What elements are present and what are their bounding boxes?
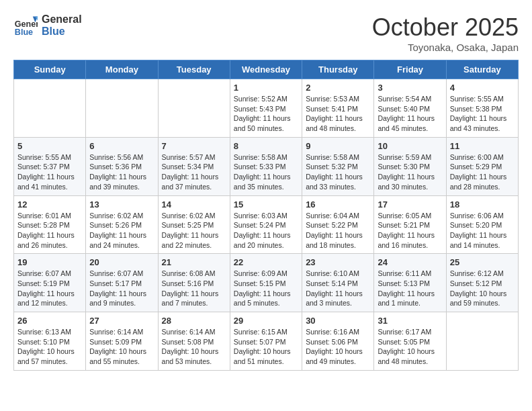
- day-number: 28: [162, 316, 226, 326]
- day-info: Sunrise: 6:13 AM Sunset: 5:10 PM Dayligh…: [17, 327, 82, 367]
- day-number: 8: [234, 141, 298, 151]
- calendar-cell: 21Sunrise: 6:08 AM Sunset: 5:16 PM Dayli…: [158, 254, 230, 312]
- calendar-cell: 25Sunrise: 6:12 AM Sunset: 5:12 PM Dayli…: [446, 254, 518, 312]
- day-number: 3: [378, 83, 442, 93]
- page-header: General Blue General Blue October 2025 T…: [13, 13, 519, 53]
- month-title: October 2025: [372, 13, 519, 42]
- calendar-cell: 5Sunrise: 5:55 AM Sunset: 5:37 PM Daylig…: [14, 137, 86, 195]
- day-number: 12: [17, 199, 82, 210]
- calendar-cell: 16Sunrise: 6:04 AM Sunset: 5:22 PM Dayli…: [302, 195, 374, 254]
- day-info: Sunrise: 6:02 AM Sunset: 5:26 PM Dayligh…: [89, 211, 154, 250]
- day-number: 26: [17, 316, 82, 326]
- day-info: Sunrise: 6:06 AM Sunset: 5:20 PM Dayligh…: [450, 211, 515, 250]
- title-block: October 2025 Toyonaka, Osaka, Japan: [372, 13, 519, 53]
- calendar-cell: 24Sunrise: 6:11 AM Sunset: 5:13 PM Dayli…: [374, 254, 446, 312]
- calendar-cell: 8Sunrise: 5:58 AM Sunset: 5:33 PM Daylig…: [230, 137, 302, 195]
- calendar-cell: 4Sunrise: 5:55 AM Sunset: 5:38 PM Daylig…: [446, 79, 518, 138]
- weekday-header-sunday: Sunday: [14, 60, 86, 79]
- day-info: Sunrise: 6:16 AM Sunset: 5:06 PM Dayligh…: [306, 327, 370, 367]
- day-number: 21: [162, 257, 226, 267]
- day-info: Sunrise: 5:55 AM Sunset: 5:37 PM Dayligh…: [17, 152, 82, 192]
- calendar-cell: 31Sunrise: 6:17 AM Sunset: 5:05 PM Dayli…: [374, 312, 446, 371]
- day-number: 19: [17, 257, 82, 267]
- day-info: Sunrise: 6:07 AM Sunset: 5:19 PM Dayligh…: [17, 269, 82, 308]
- day-info: Sunrise: 5:56 AM Sunset: 5:36 PM Dayligh…: [89, 152, 154, 192]
- day-number: 9: [306, 141, 370, 151]
- calendar-cell: 1Sunrise: 5:52 AM Sunset: 5:43 PM Daylig…: [230, 79, 302, 138]
- calendar-cell: 15Sunrise: 6:03 AM Sunset: 5:24 PM Dayli…: [230, 195, 302, 254]
- day-info: Sunrise: 6:11 AM Sunset: 5:13 PM Dayligh…: [378, 269, 442, 308]
- day-number: 14: [162, 199, 226, 210]
- calendar-cell: 23Sunrise: 6:10 AM Sunset: 5:14 PM Dayli…: [302, 254, 374, 312]
- day-info: Sunrise: 6:09 AM Sunset: 5:15 PM Dayligh…: [234, 269, 298, 308]
- day-number: 24: [378, 257, 442, 267]
- day-number: 13: [89, 199, 154, 210]
- calendar-table: SundayMondayTuesdayWednesdayThursdayFrid…: [13, 60, 519, 371]
- calendar-cell: [14, 79, 86, 138]
- calendar-week-row: 26Sunrise: 6:13 AM Sunset: 5:10 PM Dayli…: [14, 312, 519, 371]
- day-number: 27: [89, 316, 154, 326]
- calendar-cell: 18Sunrise: 6:06 AM Sunset: 5:20 PM Dayli…: [446, 195, 518, 254]
- calendar-cell: 14Sunrise: 6:02 AM Sunset: 5:25 PM Dayli…: [158, 195, 230, 254]
- calendar-cell: 29Sunrise: 6:15 AM Sunset: 5:07 PM Dayli…: [230, 312, 302, 371]
- day-number: 11: [450, 141, 515, 151]
- weekday-header-friday: Friday: [374, 60, 446, 79]
- calendar-cell: 19Sunrise: 6:07 AM Sunset: 5:19 PM Dayli…: [14, 254, 86, 312]
- day-info: Sunrise: 6:10 AM Sunset: 5:14 PM Dayligh…: [306, 269, 370, 308]
- day-info: Sunrise: 6:12 AM Sunset: 5:12 PM Dayligh…: [450, 269, 515, 308]
- day-info: Sunrise: 6:03 AM Sunset: 5:24 PM Dayligh…: [234, 211, 298, 250]
- day-info: Sunrise: 5:59 AM Sunset: 5:30 PM Dayligh…: [378, 152, 442, 192]
- calendar-cell: 30Sunrise: 6:16 AM Sunset: 5:06 PM Dayli…: [302, 312, 374, 371]
- day-number: 29: [234, 316, 298, 326]
- day-number: 17: [378, 199, 442, 210]
- day-number: 16: [306, 199, 370, 210]
- calendar-week-row: 1Sunrise: 5:52 AM Sunset: 5:43 PM Daylig…: [14, 79, 519, 138]
- calendar-cell: 26Sunrise: 6:13 AM Sunset: 5:10 PM Dayli…: [14, 312, 86, 371]
- day-info: Sunrise: 5:54 AM Sunset: 5:40 PM Dayligh…: [378, 94, 442, 134]
- day-number: 20: [89, 257, 154, 267]
- calendar-cell: 9Sunrise: 5:58 AM Sunset: 5:32 PM Daylig…: [302, 137, 374, 195]
- weekday-header-monday: Monday: [86, 60, 158, 79]
- day-number: 18: [450, 199, 515, 210]
- calendar-cell: 17Sunrise: 6:05 AM Sunset: 5:21 PM Dayli…: [374, 195, 446, 254]
- day-number: 22: [234, 257, 298, 267]
- day-number: 7: [162, 141, 226, 151]
- day-info: Sunrise: 5:52 AM Sunset: 5:43 PM Dayligh…: [234, 94, 298, 134]
- calendar-cell: [158, 79, 230, 138]
- weekday-header-wednesday: Wednesday: [230, 60, 302, 79]
- calendar-cell: 7Sunrise: 5:57 AM Sunset: 5:34 PM Daylig…: [158, 137, 230, 195]
- calendar-cell: 3Sunrise: 5:54 AM Sunset: 5:40 PM Daylig…: [374, 79, 446, 138]
- day-info: Sunrise: 6:05 AM Sunset: 5:21 PM Dayligh…: [378, 211, 442, 250]
- day-number: 2: [306, 83, 370, 93]
- calendar-week-row: 5Sunrise: 5:55 AM Sunset: 5:37 PM Daylig…: [14, 137, 519, 195]
- day-info: Sunrise: 6:15 AM Sunset: 5:07 PM Dayligh…: [234, 327, 298, 367]
- day-info: Sunrise: 6:02 AM Sunset: 5:25 PM Dayligh…: [162, 211, 226, 250]
- svg-text:Blue: Blue: [15, 28, 33, 37]
- logo-icon: General Blue: [13, 13, 38, 38]
- calendar-cell: 28Sunrise: 6:14 AM Sunset: 5:08 PM Dayli…: [158, 312, 230, 371]
- logo-text-blue: Blue: [42, 26, 82, 38]
- day-number: 30: [306, 316, 370, 326]
- day-number: 31: [378, 316, 442, 326]
- calendar-cell: [86, 79, 158, 138]
- day-number: 5: [17, 141, 82, 151]
- day-info: Sunrise: 6:04 AM Sunset: 5:22 PM Dayligh…: [306, 211, 370, 250]
- location-subtitle: Toyonaka, Osaka, Japan: [372, 42, 519, 53]
- calendar-cell: 13Sunrise: 6:02 AM Sunset: 5:26 PM Dayli…: [86, 195, 158, 254]
- calendar-cell: 27Sunrise: 6:14 AM Sunset: 5:09 PM Dayli…: [86, 312, 158, 371]
- weekday-header-row: SundayMondayTuesdayWednesdayThursdayFrid…: [14, 60, 519, 79]
- day-info: Sunrise: 6:00 AM Sunset: 5:29 PM Dayligh…: [450, 152, 515, 192]
- day-info: Sunrise: 5:57 AM Sunset: 5:34 PM Dayligh…: [162, 152, 226, 192]
- calendar-cell: 2Sunrise: 5:53 AM Sunset: 5:41 PM Daylig…: [302, 79, 374, 138]
- logo-text-general: General: [42, 13, 82, 26]
- day-info: Sunrise: 6:17 AM Sunset: 5:05 PM Dayligh…: [378, 327, 442, 367]
- day-info: Sunrise: 6:07 AM Sunset: 5:17 PM Dayligh…: [89, 269, 154, 308]
- day-info: Sunrise: 5:58 AM Sunset: 5:32 PM Dayligh…: [306, 152, 370, 192]
- day-number: 1: [234, 83, 298, 93]
- day-number: 6: [89, 141, 154, 151]
- calendar-cell: 6Sunrise: 5:56 AM Sunset: 5:36 PM Daylig…: [86, 137, 158, 195]
- day-number: 15: [234, 199, 298, 210]
- day-number: 23: [306, 257, 370, 267]
- day-number: 25: [450, 257, 515, 267]
- day-info: Sunrise: 5:55 AM Sunset: 5:38 PM Dayligh…: [450, 94, 515, 134]
